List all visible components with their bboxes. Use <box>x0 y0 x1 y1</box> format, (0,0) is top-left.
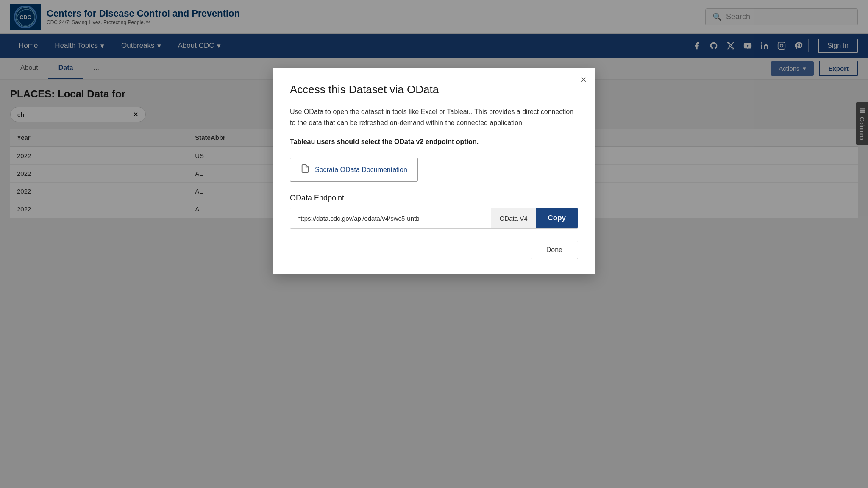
doc-link-button[interactable]: Socrata OData Documentation <box>290 158 418 182</box>
modal-close-button[interactable]: × <box>581 75 587 85</box>
endpoint-version: OData V4 <box>491 208 536 227</box>
copy-button[interactable]: Copy <box>536 208 578 227</box>
modal-title: Access this Dataset via OData <box>290 83 578 96</box>
modal-description: Use OData to open the dataset in tools l… <box>290 106 578 128</box>
doc-link-label: Socrata OData Documentation <box>315 166 407 174</box>
modal: × Access this Dataset via OData Use ODat… <box>273 68 595 227</box>
endpoint-url-input[interactable] <box>290 208 491 227</box>
endpoint-row: OData V4 Copy <box>290 208 578 227</box>
modal-highlight: Tableau users should select the OData v2… <box>290 138 578 146</box>
document-icon <box>300 164 310 175</box>
endpoint-label: OData Endpoint <box>290 194 578 202</box>
modal-overlay: × Access this Dataset via OData Use ODat… <box>0 0 868 227</box>
